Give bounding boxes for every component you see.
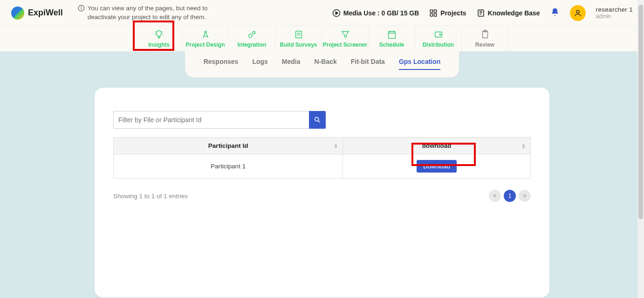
svg-point-32 — [315, 118, 319, 121]
compass-icon — [200, 29, 211, 40]
book-icon — [477, 9, 485, 17]
svg-rect-6 — [434, 10, 437, 12]
tab-logs[interactable]: Logs — [252, 58, 267, 70]
svg-point-29 — [439, 34, 441, 35]
nav-label: Integration — [238, 42, 267, 48]
svg-point-18 — [205, 31, 206, 33]
logo[interactable]: ExpiWell — [11, 7, 63, 20]
info-icon — [78, 5, 85, 14]
sort-icon: ▲▼ — [521, 143, 526, 149]
nav-label: Distribution — [423, 42, 454, 48]
user-name: researcher 1 — [596, 6, 633, 13]
nav-build-surveys[interactable]: Build Surveys — [275, 26, 322, 51]
logo-icon — [11, 7, 24, 20]
svg-point-19 — [248, 34, 252, 37]
lightbulb-icon — [154, 29, 164, 40]
content-card: Participant Id ▲▼ download ▲▼ Participan… — [95, 88, 549, 298]
cell-participant: Participant 1 — [114, 154, 343, 179]
nav-project-screener[interactable]: Project Screener — [322, 26, 369, 51]
clipboard-icon — [480, 29, 490, 40]
grid-icon — [429, 9, 438, 17]
media-use: Media Use : 0 GB/ 15 GB — [332, 9, 419, 17]
tab-responses[interactable]: Responses — [204, 58, 239, 70]
nav-integration[interactable]: Integration — [229, 26, 275, 51]
tab-gps-location[interactable]: Gps Location — [399, 58, 440, 70]
scrollbar-track[interactable] — [637, 0, 644, 298]
nav-schedule[interactable]: Schedule — [369, 26, 415, 51]
nav-label: Build Surveys — [280, 42, 317, 48]
svg-point-13 — [576, 10, 579, 13]
header-right: Media Use : 0 GB/ 15 GB Projects Knowled… — [332, 5, 633, 21]
svg-rect-21 — [295, 31, 301, 38]
top-header: ExpiWell You can view any of the pages, … — [0, 0, 644, 26]
search-icon — [314, 116, 321, 124]
nav-distribution[interactable]: Distribution — [415, 26, 462, 51]
search-button[interactable] — [309, 111, 326, 129]
tab-fitbit-data[interactable]: Fit-bit Data — [351, 58, 385, 70]
svg-marker-4 — [336, 12, 338, 14]
info-banner: You can view any of the pages, but need … — [78, 4, 218, 21]
bell-icon — [550, 7, 560, 17]
nav-label: Project Design — [185, 42, 225, 48]
nav-label: Project Screener — [323, 42, 367, 48]
svg-line-15 — [162, 32, 163, 33]
table-row: Participant 1 Download — [114, 154, 531, 179]
filter-input[interactable] — [113, 111, 309, 129]
svg-point-2 — [81, 7, 82, 7]
info-text: You can view any of the pages, but need … — [88, 4, 218, 21]
col-download[interactable]: download ▲▼ — [343, 138, 531, 154]
nav-project-design[interactable]: Project Design — [182, 26, 229, 51]
data-table: Participant Id ▲▼ download ▲▼ Participan… — [113, 137, 531, 179]
calendar-icon — [387, 29, 397, 40]
svg-line-33 — [318, 121, 320, 122]
filter-row — [113, 111, 531, 129]
col-label: download — [422, 142, 452, 149]
nav-label: Schedule — [379, 42, 404, 48]
knowledge-base-label: Knowledge Base — [488, 9, 540, 17]
scrollbar-thumb[interactable] — [638, 5, 643, 219]
avatar[interactable] — [570, 5, 586, 21]
projects-label: Projects — [440, 9, 466, 17]
cell-download: Download — [343, 154, 531, 179]
svg-point-20 — [252, 32, 255, 35]
svg-line-14 — [156, 32, 157, 33]
user-icon — [574, 9, 582, 17]
funnel-icon — [340, 29, 350, 40]
nav-review[interactable]: Review — [462, 26, 508, 51]
pager-next[interactable]: > — [519, 190, 531, 202]
tab-media[interactable]: Media — [282, 58, 301, 70]
nav-insights[interactable]: Insights — [136, 26, 182, 51]
user-info: researcher 1 admin — [596, 6, 633, 20]
pager: < 1 > — [489, 190, 531, 202]
sort-icon: ▲▼ — [334, 143, 338, 149]
table-header-row: Participant Id ▲▼ download ▲▼ — [114, 138, 531, 154]
form-icon — [294, 29, 304, 40]
sub-tabs-wrap: Responses Logs Media N-Back Fit-bit Data… — [0, 51, 644, 77]
media-use-label: Media Use : 0 GB/ 15 GB — [343, 9, 419, 17]
notifications-button[interactable] — [550, 7, 560, 19]
col-participant-id[interactable]: Participant Id ▲▼ — [114, 138, 343, 154]
play-icon — [332, 9, 341, 17]
svg-rect-8 — [434, 14, 437, 16]
svg-rect-24 — [388, 32, 395, 39]
user-role: admin — [596, 13, 633, 20]
main-nav: Insights Project Design Integration Buil… — [0, 26, 644, 51]
pager-page-1[interactable]: 1 — [504, 190, 516, 202]
knowledge-base-link[interactable]: Knowledge Base — [477, 9, 540, 17]
wallet-icon — [433, 29, 444, 40]
sub-tabs: Responses Logs Media N-Back Fit-bit Data… — [185, 51, 459, 77]
pager-prev[interactable]: < — [489, 190, 501, 202]
entries-text: Showing 1 to 1 of 1 entries — [113, 193, 188, 200]
nav-label: Insights — [148, 42, 170, 48]
svg-rect-5 — [431, 10, 433, 12]
svg-rect-7 — [431, 14, 433, 16]
tab-nback[interactable]: N-Back — [315, 58, 337, 70]
nav-label: Review — [475, 42, 494, 48]
download-button[interactable]: Download — [417, 160, 457, 173]
projects-link[interactable]: Projects — [429, 9, 466, 17]
col-label: Participant Id — [208, 142, 248, 149]
gears-icon — [247, 29, 257, 40]
table-footer: Showing 1 to 1 of 1 entries < 1 > — [113, 190, 531, 202]
logo-text: ExpiWell — [28, 8, 63, 18]
